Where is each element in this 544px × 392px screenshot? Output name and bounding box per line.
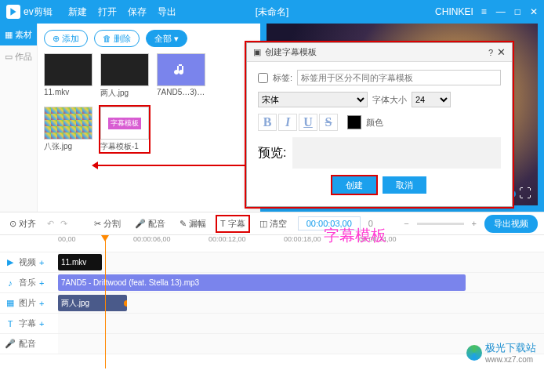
redo-icon[interactable]: ↷ bbox=[60, 219, 67, 229]
chevron-down-icon: ▾ bbox=[174, 34, 179, 44]
user-name[interactable]: CHINKEI bbox=[435, 6, 473, 17]
menu-export[interactable]: 导出 bbox=[158, 5, 176, 19]
clear-tool[interactable]: ◫ 清空 bbox=[256, 216, 290, 231]
create-subtitle-template-dialog: ▣ 创建字幕模板 ? ✕ 标签: 宋体 字体大小 24 B I U S bbox=[246, 42, 513, 207]
document-title: [未命名] bbox=[256, 5, 289, 19]
subtitle-icon: T bbox=[5, 318, 16, 329]
settings-icon[interactable]: ≡ bbox=[481, 6, 487, 17]
video-thumb bbox=[44, 53, 92, 86]
music-icon: ♪ bbox=[5, 278, 16, 289]
menu-save[interactable]: 保存 bbox=[128, 5, 147, 19]
image-track: ▦ 图片 + 两人.jpg bbox=[0, 293, 544, 314]
audio-thumb bbox=[157, 53, 205, 86]
timeline-toolbar: ⊙ 对齐 ↶ ↷ ✂ 分割 🎤 配音 ✎ 漏幅 T 字幕 ◫ 清空 00:00:… bbox=[0, 212, 544, 235]
align-icon: ⊙ bbox=[9, 219, 16, 229]
add-image-track-icon[interactable]: + bbox=[39, 299, 44, 308]
minimize-icon[interactable]: — bbox=[496, 6, 506, 17]
text-icon: T bbox=[220, 219, 226, 228]
playhead[interactable] bbox=[105, 235, 106, 368]
dub-track: 🎤 配音 bbox=[0, 334, 544, 354]
tab-material[interactable]: ▦ 素材 bbox=[0, 24, 37, 45]
dub-icon: 🎤 bbox=[5, 339, 16, 350]
underline-button[interactable]: U bbox=[299, 114, 317, 131]
template-thumb: 字幕模板 bbox=[100, 107, 149, 140]
media-item-template[interactable]: 字幕模板 字幕模板-1 bbox=[100, 107, 149, 152]
menu-open[interactable]: 打开 bbox=[98, 5, 117, 19]
subtitle-tool[interactable]: T 字幕 bbox=[217, 216, 248, 231]
eraser-icon: ◫ bbox=[259, 219, 267, 229]
video-track: ▶ 视频 + 11.mkv bbox=[0, 252, 544, 273]
image-clip[interactable]: 两人.jpg bbox=[58, 295, 127, 311]
help-icon[interactable]: ? bbox=[488, 48, 493, 57]
scissors-icon: ✂ bbox=[94, 219, 101, 229]
grid-icon: ▦ bbox=[5, 30, 13, 40]
cancel-button[interactable]: 取消 bbox=[383, 176, 426, 194]
image-thumb-2 bbox=[44, 107, 92, 140]
folder-icon: ▭ bbox=[5, 52, 13, 62]
logo-icon bbox=[6, 5, 20, 19]
trash-icon: 🗑 bbox=[103, 34, 111, 43]
export-button[interactable]: 导出视频 bbox=[484, 215, 538, 233]
italic-button[interactable]: I bbox=[278, 114, 297, 131]
annotation-text: 字幕模板 bbox=[324, 225, 386, 246]
delete-button[interactable]: 🗑 删除 bbox=[94, 30, 140, 47]
maximize-icon[interactable]: □ bbox=[515, 6, 520, 17]
media-item-video[interactable]: 11.mkv bbox=[44, 53, 92, 99]
audio-clip[interactable]: 7AND5 - Driftwood (feat. Stella 13).mp3 bbox=[58, 274, 466, 291]
pencil-icon: ✎ bbox=[180, 219, 187, 229]
add-subtitle-track-icon[interactable]: + bbox=[39, 319, 44, 328]
media-item-image[interactable]: 两人.jpg bbox=[100, 53, 149, 99]
app-logo: ev剪辑 bbox=[6, 5, 53, 19]
video-icon: ▶ bbox=[5, 257, 16, 268]
video-clip[interactable]: 11.mkv bbox=[58, 254, 102, 270]
size-select[interactable]: 24 bbox=[412, 92, 451, 107]
add-video-track-icon[interactable]: + bbox=[39, 258, 44, 267]
mosaic-tool[interactable]: ✎ 漏幅 bbox=[176, 216, 209, 231]
fullscreen-icon[interactable]: ⛶ bbox=[519, 187, 531, 201]
subtitle-track-body[interactable] bbox=[58, 314, 544, 333]
media-item-audio[interactable]: 7AND5…3).mp3 bbox=[157, 53, 205, 99]
app-name: ev剪辑 bbox=[24, 5, 53, 19]
split-tool[interactable]: ✂ 分割 bbox=[91, 216, 124, 231]
dialog-icon: ▣ bbox=[253, 47, 261, 57]
zoom-slider[interactable] bbox=[417, 223, 464, 225]
image-thumb bbox=[100, 53, 149, 86]
media-item-image2[interactable]: 八张.jpg bbox=[44, 107, 92, 152]
watermark-logo-icon bbox=[466, 345, 482, 361]
watermark: 极光下载站 www.xz7.com bbox=[466, 341, 536, 364]
text-style-group: B I U S bbox=[258, 114, 338, 131]
audio-track-body[interactable]: 7AND5 - Driftwood (feat. Stella 13).mp3 bbox=[58, 273, 544, 292]
font-select[interactable]: 宋体 bbox=[258, 92, 368, 107]
time-ruler[interactable]: 00,00 00:00:06,00 00:00:12,00 00:00:18,0… bbox=[0, 235, 544, 252]
tag-input[interactable] bbox=[297, 70, 501, 85]
media-library: ⊕ 添加 🗑 删除 全部 ▾ 11.mkv 两人.jpg bbox=[38, 24, 260, 212]
create-button[interactable]: 创建 bbox=[332, 176, 376, 194]
align-tool[interactable]: ⊙ 对齐 bbox=[6, 216, 39, 231]
font-size-label: 字体大小 bbox=[372, 94, 407, 106]
bold-button[interactable]: B bbox=[258, 114, 277, 131]
tag-checkbox[interactable] bbox=[258, 73, 268, 83]
video-track-body[interactable]: 11.mkv bbox=[58, 252, 544, 272]
zoom-in-icon[interactable]: + bbox=[472, 219, 477, 228]
timeline: 00,00 00:00:06,00 00:00:12,00 00:00:18,0… bbox=[0, 235, 544, 368]
dialog-titlebar: ▣ 创建字幕模板 ? ✕ bbox=[247, 43, 512, 62]
close-icon[interactable]: ✕ bbox=[530, 6, 538, 17]
window-controls: ≡ — □ ✕ bbox=[481, 6, 538, 17]
zoom-out-icon[interactable]: − bbox=[404, 219, 408, 228]
add-button[interactable]: ⊕ 添加 bbox=[44, 30, 88, 47]
strike-button[interactable]: S bbox=[319, 114, 338, 131]
mic-icon: 🎤 bbox=[135, 219, 146, 229]
dub-tool[interactable]: 🎤 配音 bbox=[132, 216, 169, 231]
tab-works[interactable]: ▭ 作品 bbox=[0, 45, 37, 67]
image-track-body[interactable]: 两人.jpg bbox=[58, 293, 544, 313]
dialog-close-icon[interactable]: ✕ bbox=[497, 46, 506, 58]
menu-new[interactable]: 新建 bbox=[68, 5, 87, 19]
undo-icon[interactable]: ↶ bbox=[47, 219, 54, 229]
color-swatch[interactable] bbox=[347, 115, 361, 129]
subtitle-track: T 字幕 + bbox=[0, 314, 544, 334]
tag-label: 标签: bbox=[273, 72, 292, 84]
filter-all-button[interactable]: 全部 ▾ bbox=[146, 30, 187, 47]
titlebar: ev剪辑 新建 打开 保存 导出 [未命名] CHINKEI ≡ — □ ✕ bbox=[0, 0, 544, 24]
color-label: 颜色 bbox=[366, 117, 383, 129]
add-audio-track-icon[interactable]: + bbox=[39, 278, 44, 288]
